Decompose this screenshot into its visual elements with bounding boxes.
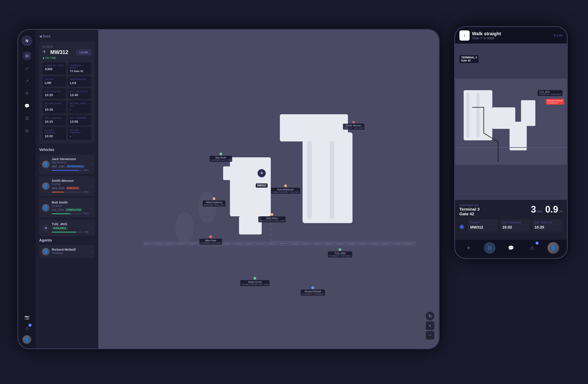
svg-rect-9 [307,137,312,219]
mike-label: Mike Patel CATERING • CAT_2208 [199,239,222,245]
phone-tug-label: TUG_4931 PUSHBACK • AVAILABLE [538,90,563,96]
vehicle-card-tug[interactable]: ● TUG_4931 AVAILABLE 79% › [39,220,95,236]
smith-chevron: › [91,184,92,188]
bob-progress: 60% [52,212,89,215]
sidebar: N ⊞ ⤢ ↗ ✈ 💬 ☰ ⧉ 📷 ⚠ 2 👤 [18,30,36,348]
nav-turn: Then ↱ in 900ft [472,36,551,40]
sidebar-icon-plane[interactable]: ✈ [23,89,31,97]
flight-label: FLIGHT [43,45,91,48]
jack-status: MNT_2384 IN PROGRESS [52,165,89,168]
phone-map[interactable]: TERMINAL 3 Gate 42 TUG_4931 PUSHBACK • A… [455,43,567,200]
richard-dot [312,286,314,289]
tug-progress-bar [52,232,83,232]
phone-nav-chat[interactable]: 💬 [505,242,517,254]
tug-info: TUG_4931 AVAILABLE 79% [52,222,89,233]
phone-est-landing-cell: EST. LANDING 10:02 [500,219,530,232]
richard-name: Richard McNeill [52,248,89,252]
map-area[interactable]: Smith Wesson FUELING • GAS_0165 Bob Smit… [98,30,439,348]
phone-time-distance: 3 min 0.9 mi [531,204,563,215]
marker-bob-smith: Bob Smith LAVATORY • LAC_3722 [210,153,232,162]
mw312-flight-marker: ✈ [257,169,266,178]
sidebar-icon-camera[interactable]: 📷 [23,313,31,321]
svg-rect-6 [244,175,248,198]
vehicle-card-jack[interactable]: 👤 Jack Stevenson Maintenance MNT_2384 IN… [39,155,95,174]
phone-richard-label: Richard McNeill PUSHBACK • [546,99,564,105]
agent-card-richard[interactable]: 👤 Richard McNeill Pushback › [39,245,95,258]
marker-mike: Mike Patel CATERING • CAT_2208 [199,236,222,245]
bob-smith-dot [220,153,222,155]
nav-distance: 0.1 mi [554,34,563,37]
sidebar-icon-grid[interactable]: ⊞ [23,52,31,60]
bob-status: LAV_3722 COMPLETED [52,208,89,211]
phone-destination-row: DESTINATION Terminal 3 Gate 42 3 min 0.9… [460,204,563,216]
main-content: ◀ Back FLIGHT ✈ MW312 Locate [36,30,439,348]
tug-progress: 79% [52,231,89,233]
marker-sean: Sean Moss MAINTENANCE • MNT_2384 [258,213,286,222]
vehicle-card-smith[interactable]: 👤 Smith Wesson Fueling GAS_0165 ENROUTE [39,176,95,196]
svg-rect-10 [330,137,334,219]
sidebar-icon-expand[interactable]: ⤢ [23,64,31,72]
svg-point-14 [198,191,216,223]
status-dot [43,57,44,59]
svg-rect-5 [223,166,241,180]
sidebar-bottom: 📷 ⚠ 2 👤 [22,313,31,344]
flight-header: ✈ MW312 Locate [43,49,91,55]
back-button[interactable]: ◀ Back [39,34,95,38]
app-logo[interactable]: N [22,36,32,46]
phone-nav-plane[interactable]: ✈ [463,242,474,254]
kyle-dot [284,184,287,187]
actual-takeoff-cell: ACTUAL TAKEOFF - [68,127,91,140]
smith-name: Smith Wesson [52,179,89,183]
phone-nav-ar[interactable]: ⊡ [484,242,496,254]
jack-progress-fill [52,170,79,171]
bob-progress-text: 60% [84,212,89,215]
sidebar-nav: ⊞ ⤢ ↗ ✈ 💬 ☰ ⧉ [23,52,31,310]
actual-gate-in-cell: ACTUAL GATE-IN 10:16 [43,101,66,113]
smith-progress-text: 39% [84,191,89,193]
svg-rect-11 [280,114,348,141]
jack-status-tag: IN PROGRESS [66,165,85,168]
smith-progress-fill [52,192,64,192]
vehicle-card-bob[interactable]: 👤 Bob Smith Lavatory LAV_3722 COMPLETED [39,198,95,218]
phone-bottom-nav: ✈ ⊡ 💬 ⚠ 2 👤 [455,240,567,258]
sidebar-icon-layers[interactable]: ⧉ [23,127,31,135]
sidebar-icon-route[interactable]: ↗ [23,77,31,85]
smith-wesson-label: Smith Wesson FUELING • GAS_0165 [343,124,364,130]
bob-smith-label: Bob Smith LAVATORY • LAC_3722 [210,156,232,162]
phone-alert-badge: 2 [535,242,539,245]
sidebar-icon-alert[interactable]: ⚠ 2 [23,324,31,332]
flight-card: FLIGHT ✈ MW312 Locate ON TIME [39,42,95,143]
sidebar-avatar[interactable]: 👤 [22,335,31,344]
flight-info-grid: AIRCRAFT TYPE A350 TERMINAL / GATE T3 Ga… [43,62,91,140]
est-gate-out-cell: EST. GATE-OUT 13:40 [68,88,91,99]
map-zoom-in-button[interactable]: + [426,321,434,330]
jack-info: Jack Stevenson Maintenance MNT_2384 IN P… [52,157,89,172]
jack-avatar: 👤 [42,161,50,168]
phone-nav-avatar[interactable]: 👤 [547,242,559,254]
phone-dist-block: 0.9 mi [545,204,563,215]
sidebar-icon-chat[interactable]: 💬 [23,102,31,110]
map-refresh-button[interactable]: ↻ [426,312,434,320]
status-badge: ON TIME [43,57,91,60]
richard-avatar: 👤 [42,248,50,256]
jack-chevron: › [91,162,92,166]
jack-progress: 88% [52,169,89,172]
phone-flight-row: i FLIGHT MW312 EST. LANDING 10:02 EST. G… [460,219,563,235]
map-zoom-out-button[interactable]: − [426,331,434,340]
alert-badge: 2 [28,323,32,327]
sidebar-icon-list[interactable]: ☰ [23,114,31,122]
vehicles-title: Vehicles [39,147,95,152]
map-svg [98,30,439,348]
sean-label: Sean Moss MAINTENANCE • MNT_2384 [258,216,286,222]
locate-button[interactable]: Locate [76,49,91,55]
phone-nav-bar: ↑ Walk straight Then ↱ in 900ft 0.1 mi [455,27,567,43]
tug-id: TUG_4931 [52,222,89,226]
smith-avatar: 👤 [42,182,50,190]
jack-progress-bar [52,170,83,171]
bob-info: Bob Smith Lavatory LAV_3722 COMPLETED 60… [52,201,89,215]
phone-device: ↑ Walk straight Then ↱ in 900ft 0.1 mi [454,26,568,259]
marker-alistar: Alistar Corvin POTABLE WATER • WAT_2093 [240,277,269,286]
smith-status-tag: ENROUTE [66,187,80,190]
phone-nav-alert[interactable]: ⚠ 2 [526,242,538,254]
phone-flight-info: FLIGHT MW312 EST. LANDING 10:02 EST. GAT… [468,219,563,232]
